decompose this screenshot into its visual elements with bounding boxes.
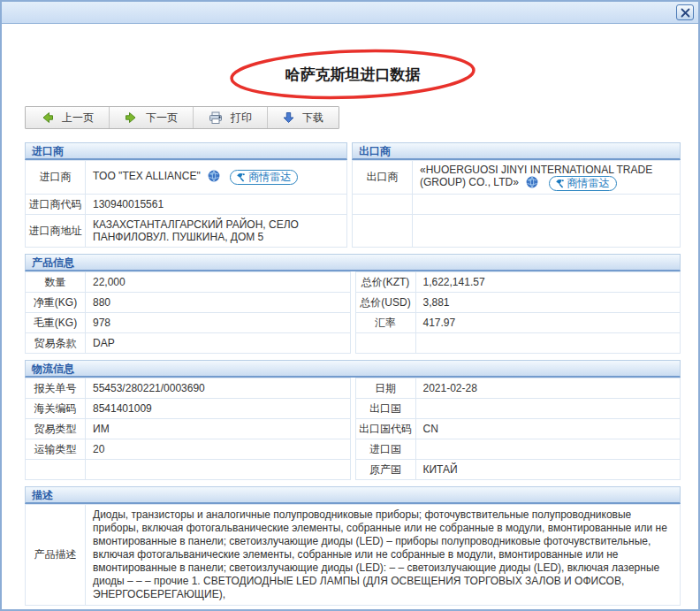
total-usd-label: 总价(USD): [355, 293, 415, 313]
trade-type-value: ИМ: [86, 419, 351, 439]
toolbar: 上一页 下一页 打印: [25, 106, 339, 129]
empty-label: [355, 333, 415, 354]
importer-code-value: 130940015561: [86, 195, 347, 215]
logistics-left-table: 报关单号 55453/280221/0003690 海关编码 854140100…: [25, 378, 351, 480]
description-section-header: 描述: [25, 486, 681, 504]
export-country-code-label: 出口国代码: [355, 419, 415, 439]
section-product-info: 产品信息 数量 22,000 净重(KG) 880 毛重(KG) 978: [25, 254, 681, 354]
print-label: 打印: [231, 111, 252, 126]
empty-label: [353, 215, 413, 248]
globe-icon[interactable]: [526, 176, 538, 188]
hs-code-label: 海关编码: [26, 399, 86, 419]
badge-label: 商情雷达: [567, 176, 610, 191]
total-kzt-label: 总价(KZT): [355, 272, 415, 293]
empty-value: [413, 215, 681, 248]
table-row: 海关编码 8541401009: [26, 399, 351, 419]
table-row: 进口商代码 130940015561: [26, 195, 347, 215]
table-row: 产品描述 Диоды, транзисторы и аналогичные по…: [26, 505, 681, 606]
table-row: 净重(KG) 880: [26, 293, 351, 313]
business-radar-badge[interactable]: 商情雷达: [230, 170, 298, 185]
arrow-left-icon: [41, 111, 54, 124]
globe-icon[interactable]: [208, 170, 220, 182]
importer-code-label: 进口商代码: [26, 195, 86, 215]
table-row: 总价(KZT) 1,622,141.57: [355, 272, 681, 293]
table-row: [353, 195, 681, 215]
exporter-name-cell: «HUOERGUOSI JINYI INTERNATIONAL TRADE (G…: [413, 161, 681, 195]
import-country-value: [415, 439, 681, 460]
empty-value: [86, 460, 351, 480]
product-right-table: 总价(KZT) 1,622,141.57 总价(USD) 3,881 汇率 41…: [355, 271, 681, 354]
table-row: 总价(USD) 3,881: [355, 293, 681, 313]
exporter-name-label: 出口商: [353, 161, 413, 195]
dialog-titlebar: [2, 2, 698, 24]
prev-page-button[interactable]: 上一页: [26, 107, 110, 128]
table-row: 贸易类型 ИМ: [26, 419, 351, 439]
origin-country-value: КИТАЙ: [415, 460, 681, 480]
table-row: 进口商地址 КАЗАХСТАНТАЛГАРСКИЙ РАЙОН, СЕЛО ПА…: [26, 215, 347, 248]
date-label: 日期: [355, 378, 415, 399]
title-area: 哈萨克斯坦进口数据: [25, 54, 681, 95]
importer-table: 进口商 TOO "TEX ALLIANCE": [25, 160, 347, 248]
importer-name-label: 进口商: [26, 161, 86, 195]
close-button[interactable]: [676, 4, 694, 20]
dialog-window: 哈萨克斯坦进口数据 上一页 下一页: [0, 0, 700, 611]
product-description-label: 产品描述: [26, 505, 86, 606]
radar-icon: [235, 172, 246, 183]
radar-icon: [554, 179, 565, 189]
table-row: 进口国: [355, 439, 681, 460]
trade-type-label: 贸易类型: [26, 419, 86, 439]
table-row: 数量 22,000: [26, 272, 351, 293]
section-logistics-info: 物流信息 报关单号 55453/280221/0003690 海关编码 8541…: [25, 360, 681, 480]
origin-country-label: 原产国: [355, 460, 415, 480]
close-icon: [681, 8, 690, 18]
quantity-label: 数量: [26, 272, 86, 293]
empty-label: [26, 460, 86, 480]
date-value: 2021-02-28: [415, 378, 681, 399]
empty-value: [415, 333, 681, 354]
empty-label: [353, 195, 413, 215]
exporter-table: 出口商 «HUOERGUOSI JINYI INTERNATIONAL TRAD…: [352, 160, 681, 248]
arrow-down-icon: [283, 111, 294, 124]
prev-page-label: 上一页: [62, 111, 94, 126]
transport-type-value: 20: [86, 439, 351, 460]
business-radar-badge[interactable]: 商情雷达: [549, 176, 617, 191]
importer-name-cell: TOO "TEX ALLIANCE": [86, 161, 347, 195]
importer-name-value: TOO "TEX ALLIANCE": [93, 170, 201, 182]
export-country-value: [415, 399, 681, 419]
table-row: [26, 460, 351, 480]
gross-weight-value: 978: [86, 313, 351, 333]
incoterms-value: DAP: [86, 333, 351, 354]
download-button[interactable]: 下载: [268, 107, 339, 128]
table-row: 进口商 TOO "TEX ALLIANCE": [26, 161, 347, 195]
net-weight-label: 净重(KG): [26, 293, 86, 313]
section-importer-exporter: 进口商 进口商 TOO "TEX ALLIANCE": [25, 142, 681, 248]
export-country-label: 出口国: [355, 399, 415, 419]
logistics-section-header: 物流信息: [25, 360, 681, 378]
exchange-rate-value: 417.97: [415, 313, 681, 333]
printer-icon: [209, 111, 223, 125]
hs-code-value: 8541401009: [86, 399, 351, 419]
exporter-section-header: 出口商: [352, 142, 681, 160]
total-usd-value: 3,881: [415, 293, 681, 313]
next-page-button[interactable]: 下一页: [110, 107, 194, 128]
importer-section-header: 进口商: [25, 142, 347, 160]
empty-value: [413, 195, 681, 215]
gross-weight-label: 毛重(KG): [26, 313, 86, 333]
table-row: 贸易条款 DAP: [26, 333, 351, 354]
print-button[interactable]: 打印: [194, 107, 268, 128]
table-row: 运输类型 20: [26, 439, 351, 460]
total-kzt-value: 1,622,141.57: [415, 272, 681, 293]
transport-type-label: 运输类型: [26, 439, 86, 460]
incoterms-label: 贸易条款: [26, 333, 86, 354]
product-left-table: 数量 22,000 净重(KG) 880 毛重(KG) 978 贸易条款 DAP: [25, 271, 351, 354]
logistics-right-table: 日期 2021-02-28 出口国 出口国代码 CN 进口国: [355, 378, 681, 480]
product-section-header: 产品信息: [25, 254, 681, 271]
table-row: 汇率 417.97: [355, 313, 681, 333]
table-row: 报关单号 55453/280221/0003690: [26, 378, 351, 399]
description-table: 产品描述 Диоды, транзисторы и аналогичные по…: [25, 504, 681, 606]
product-description-value: Диоды, транзисторы и аналогичные полупро…: [86, 505, 681, 606]
badge-label: 商情雷达: [248, 170, 291, 185]
table-row: 原产国 КИТАЙ: [355, 460, 681, 480]
page-title: 哈萨克斯坦进口数据: [285, 65, 421, 85]
table-row: 日期 2021-02-28: [355, 378, 681, 399]
